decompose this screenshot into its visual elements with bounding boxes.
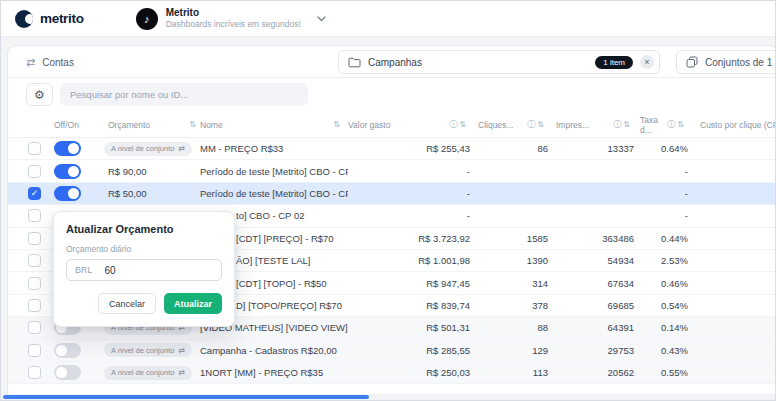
metrito-logo[interactable]: metrito — [15, 10, 84, 28]
currency-label: BRL — [75, 265, 93, 275]
selection-count-badge: 1 item — [595, 56, 633, 69]
metrito-logo-text: metrito — [40, 11, 84, 26]
popup-title: Atualizar Orçamento — [66, 223, 222, 235]
tab-campanhas[interactable]: Campanhas 1 item × — [338, 50, 660, 74]
row-checkbox[interactable] — [28, 299, 41, 312]
table-row[interactable]: A nível de conjunto⇄ MM - PREÇO R$33 R$ … — [8, 138, 776, 160]
clicks-value: 88 — [470, 322, 548, 333]
impressions-value: 13337 — [548, 143, 634, 154]
row-checkbox[interactable] — [28, 321, 41, 334]
row-checkbox[interactable] — [28, 165, 41, 178]
budget-value: R$ 90,00 — [94, 166, 147, 177]
budget-level-pill[interactable]: A nível de conjunto⇄ — [104, 142, 192, 156]
impressions-value: 20562 — [548, 367, 634, 378]
clicks-value: 113 — [470, 367, 548, 378]
budget-level-pill[interactable]: A nível de conjunto⇄ — [104, 343, 192, 357]
rate-value: - — [634, 166, 688, 177]
tab-conjuntos[interactable]: Conjuntos de 1 campan — [676, 50, 776, 74]
column-cpc[interactable]: Custo por clique (CPC) — [688, 112, 776, 137]
tiktok-note-icon: ♪ — [144, 13, 150, 25]
row-checkbox[interactable] — [28, 209, 41, 222]
sort-icon[interactable]: ⇅ — [537, 120, 544, 129]
level-tabs: ⇄ Contas Campanhas 1 item × Conjuntos de… — [8, 46, 776, 78]
workspace-subtitle: Dashboards incríveis em segundos! — [166, 19, 301, 29]
info-icon[interactable]: ⓘ — [667, 119, 675, 130]
adsets-layers-icon — [686, 56, 698, 68]
rate-value: 0.55% — [634, 367, 688, 378]
budget-field-label: Orçamento diário — [66, 244, 222, 254]
row-toggle[interactable] — [54, 365, 81, 380]
budget-level-pill[interactable]: A nível de conjunto⇄ — [104, 366, 192, 380]
budget-input[interactable] — [105, 265, 213, 276]
toggle-knob — [56, 367, 67, 378]
row-checkbox[interactable] — [28, 277, 41, 290]
row-checkbox[interactable] — [28, 366, 41, 379]
metrito-logo-icon — [15, 10, 33, 28]
row-checkbox[interactable] — [28, 344, 41, 357]
table-row[interactable]: A nível de conjunto⇄ 1NORT [MM] - PREÇO … — [8, 362, 776, 384]
column-nome[interactable]: Nome ⇅ — [200, 112, 348, 137]
row-toggle[interactable] — [54, 186, 81, 201]
column-cliques[interactable]: Cliques... ⓘ⇅ — [470, 112, 548, 137]
column-valor-gasto[interactable]: Valor gasto ⓘ⇅ — [348, 112, 470, 137]
sort-icon[interactable]: ⇅ — [189, 120, 196, 129]
rate-value: - — [634, 188, 688, 199]
row-checkbox[interactable]: ✓ — [28, 187, 41, 200]
column-taxa[interactable]: Taxa d... ⓘ⇅ — [634, 112, 688, 137]
rate-value: 0.43% — [634, 345, 688, 356]
row-toggle[interactable] — [54, 141, 81, 156]
column-impressoes[interactable]: Impres... ⓘ⇅ — [548, 112, 634, 137]
workspace-texts: Metrito Dashboards incríveis em segundos… — [166, 7, 301, 29]
budget-input-wrap: BRL — [66, 259, 222, 281]
toggle-knob — [68, 143, 79, 154]
clicks-value: 378 — [470, 300, 548, 311]
tab-contas[interactable]: ⇄ Contas — [26, 46, 74, 78]
settings-button[interactable]: ⚙ — [26, 83, 53, 106]
impressions-value: 67634 — [548, 278, 634, 289]
sort-icon[interactable]: ⇅ — [333, 120, 340, 129]
info-icon[interactable]: ⓘ — [613, 119, 621, 130]
sort-icon[interactable]: ⇅ — [623, 120, 630, 129]
horizontal-scrollbar[interactable] — [1, 394, 775, 400]
column-orcamento[interactable]: Orçamento ⇅ — [94, 112, 200, 137]
toggle-knob — [68, 188, 79, 199]
sort-icon[interactable]: ⇅ — [459, 120, 466, 129]
clear-selection-button[interactable]: × — [640, 55, 654, 69]
scrollbar-thumb[interactable] — [3, 395, 369, 399]
info-icon[interactable]: ⓘ — [449, 119, 457, 130]
workspace-selector[interactable]: ♪ Metrito Dashboards incríveis em segund… — [136, 7, 326, 29]
tab-campanhas-label: Campanhas — [368, 57, 588, 68]
confirm-button[interactable]: Atualizar — [164, 293, 222, 314]
rate-value: 2.53% — [634, 255, 688, 266]
table-row[interactable]: A nível de conjunto⇄ Campanha - Cadastro… — [8, 340, 776, 362]
row-checkbox[interactable] — [28, 232, 41, 245]
rate-value: 0.44% — [634, 233, 688, 244]
popup-actions: Cancelar Atualizar — [66, 293, 222, 314]
sort-icon[interactable]: ⇅ — [677, 120, 684, 129]
cancel-button[interactable]: Cancelar — [98, 293, 156, 314]
info-icon[interactable]: ⓘ — [527, 119, 535, 130]
spend-value: R$ 1.001,98 — [348, 255, 470, 266]
table-row[interactable]: R$ 90,00 Período de teste [Metrito] CBO … — [8, 160, 776, 182]
toggle-knob — [56, 345, 67, 356]
table-row[interactable]: ✓ R$ 50,00 Período de teste [Metrito] CB… — [8, 183, 776, 205]
row-toggle[interactable] — [54, 164, 81, 179]
spend-value: R$ 947,45 — [348, 278, 470, 289]
budget-value: R$ 50,00 — [94, 188, 147, 199]
impressions-value: 54934 — [548, 255, 634, 266]
folder-icon — [348, 57, 361, 68]
column-off-on: Off/On — [48, 112, 94, 137]
impressions-value: 64391 — [548, 322, 634, 333]
row-checkbox[interactable] — [28, 254, 41, 267]
spend-value: - — [348, 210, 470, 221]
gear-icon: ⚙ — [34, 89, 45, 101]
clicks-value: 314 — [470, 278, 548, 289]
row-checkbox[interactable] — [28, 142, 41, 155]
rate-value: 0.46% — [634, 278, 688, 289]
row-toggle[interactable] — [54, 343, 81, 358]
spend-value: - — [348, 166, 470, 177]
tab-conjuntos-label: Conjuntos de 1 campan — [705, 57, 776, 68]
search-input[interactable] — [60, 83, 308, 106]
rate-value: 0.54% — [634, 300, 688, 311]
clicks-value: 1390 — [470, 255, 548, 266]
